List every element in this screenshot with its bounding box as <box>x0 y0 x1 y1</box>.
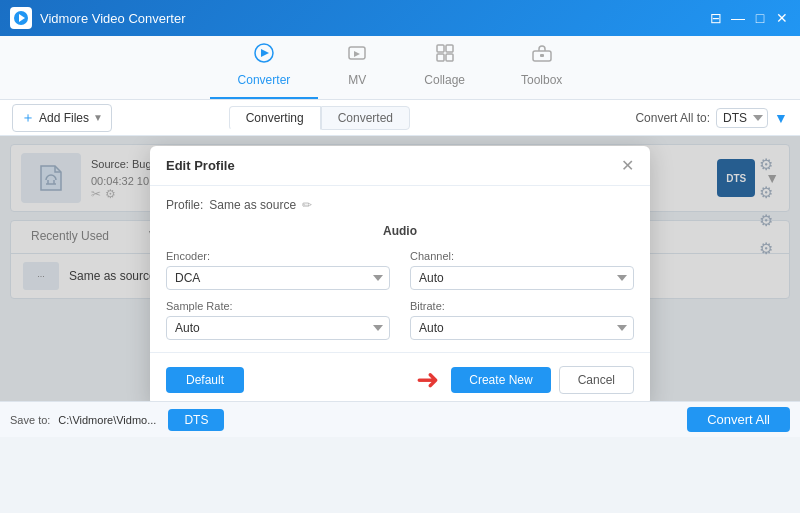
toolbar: ＋ Add Files ▼ Converting Converted Conve… <box>0 100 800 136</box>
collage-label: Collage <box>424 73 465 87</box>
close-btn[interactable]: ✕ <box>774 10 790 26</box>
save-path: C:\Vidmore\Vidmo... <box>58 414 156 426</box>
encoder-select[interactable]: DCA <box>166 266 390 290</box>
start-convert-btn[interactable]: Convert All <box>687 407 790 432</box>
app-logo <box>10 7 32 29</box>
dialog-header: Edit Profile ✕ <box>150 146 650 186</box>
cancel-button[interactable]: Cancel <box>559 366 634 394</box>
save-to-label: Save to: <box>10 414 50 426</box>
convert-all-dropdown-icon: ▼ <box>774 110 788 126</box>
bottom-bar: Save to: C:\Vidmore\Vidmo... DTS Convert… <box>0 401 800 437</box>
encoder-label: Encoder: <box>166 250 390 262</box>
sample-rate-row: Sample Rate: Auto <box>166 300 390 340</box>
collage-icon <box>434 42 456 69</box>
window-controls: ⊟ — □ ✕ <box>708 10 790 26</box>
convert-all-select[interactable]: DTS <box>716 108 768 128</box>
svg-rect-10 <box>540 54 544 57</box>
main-content: Source: Bugoy Dril... kbps) ⓘ 00:04:32 1… <box>0 136 800 437</box>
red-arrow-icon: ➜ <box>416 363 439 396</box>
add-files-button[interactable]: ＋ Add Files ▼ <box>12 104 112 132</box>
dropdown-arrow-icon: ▼ <box>93 112 103 123</box>
tab-mv[interactable]: MV <box>318 34 396 99</box>
mv-label: MV <box>348 73 366 87</box>
mv-icon <box>346 42 368 69</box>
bitrate-row: Bitrate: Auto <box>410 300 634 340</box>
maximize-btn[interactable]: □ <box>752 10 768 26</box>
bitrate-select[interactable]: Auto <box>410 316 634 340</box>
app-title: Vidmore Video Converter <box>40 11 708 26</box>
dialog-title: Edit Profile <box>166 158 235 173</box>
profile-row: Profile: Same as source ✏ <box>166 198 634 212</box>
tab-converter[interactable]: Converter <box>210 34 319 99</box>
toolbox-label: Toolbox <box>521 73 562 87</box>
chat-icon-btn[interactable]: ⊟ <box>708 10 724 26</box>
default-button[interactable]: Default <box>166 367 244 393</box>
dialog-body: Profile: Same as source ✏ Audio Encoder:… <box>150 186 650 352</box>
audio-section-label: Audio <box>166 224 634 238</box>
edit-profile-dialog: Edit Profile ✕ Profile: Same as source ✏… <box>150 146 650 406</box>
nav-tabs: Converter MV Collage <box>0 36 800 100</box>
converter-icon <box>253 42 275 69</box>
dialog-overlay: Edit Profile ✕ Profile: Same as source ✏… <box>0 136 800 437</box>
title-bar: Vidmore Video Converter ⊟ — □ ✕ <box>0 0 800 36</box>
bitrate-label: Bitrate: <box>410 300 634 312</box>
edit-profile-icon[interactable]: ✏ <box>302 198 312 212</box>
add-files-label: Add Files <box>39 111 89 125</box>
dialog-close-btn[interactable]: ✕ <box>621 156 634 175</box>
profile-label: Profile: <box>166 198 203 212</box>
dts-btn-label: DTS <box>184 413 208 427</box>
svg-rect-6 <box>446 45 453 52</box>
toolbox-icon <box>531 42 553 69</box>
svg-rect-8 <box>446 54 453 61</box>
minimize-btn[interactable]: — <box>730 10 746 26</box>
encoder-row: Encoder: DCA <box>166 250 390 290</box>
sample-rate-select[interactable]: Auto <box>166 316 390 340</box>
create-new-button[interactable]: Create New <box>451 367 550 393</box>
tab-converting[interactable]: Converting <box>229 106 321 130</box>
sample-rate-label: Sample Rate: <box>166 300 390 312</box>
tab-converted[interactable]: Converted <box>321 106 410 130</box>
svg-marker-3 <box>261 49 269 57</box>
dialog-footer: Default ➜ Create New Cancel <box>150 352 650 406</box>
form-grid: Encoder: DCA Channel: Auto Sample Rate: <box>166 250 634 340</box>
converter-label: Converter <box>238 73 291 87</box>
dts-convert-btn[interactable]: DTS <box>168 409 224 431</box>
channel-select[interactable]: Auto <box>410 266 634 290</box>
svg-rect-5 <box>437 45 444 52</box>
plus-icon: ＋ <box>21 109 35 127</box>
svg-rect-7 <box>437 54 444 61</box>
tab-collage[interactable]: Collage <box>396 34 493 99</box>
converting-tabs: Converting Converted <box>229 106 410 130</box>
convert-all-label: Convert All to: <box>635 111 710 125</box>
channel-row: Channel: Auto <box>410 250 634 290</box>
channel-label: Channel: <box>410 250 634 262</box>
tab-toolbox[interactable]: Toolbox <box>493 34 590 99</box>
profile-value: Same as source <box>209 198 296 212</box>
convert-all-row: Convert All to: DTS ▼ <box>635 108 788 128</box>
